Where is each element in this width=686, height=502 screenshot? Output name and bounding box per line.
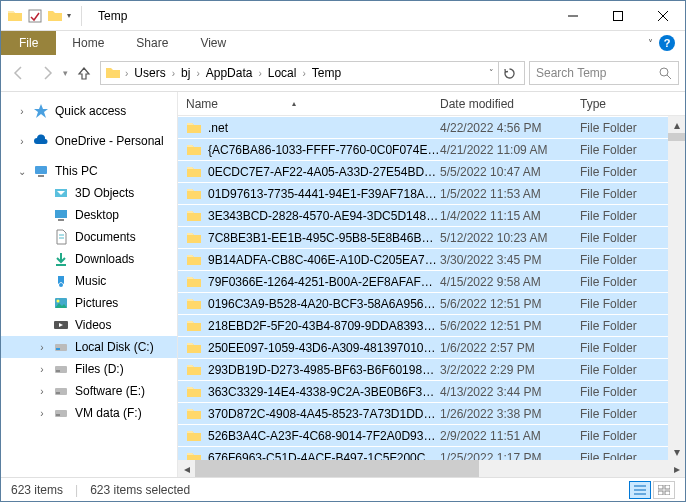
address-dropdown-icon[interactable]: ˅	[489, 68, 494, 78]
sidebar-item-quick-access[interactable]: › Quick access	[1, 100, 177, 122]
details-view-button[interactable]	[629, 481, 651, 499]
chevron-right-icon[interactable]: ›	[37, 386, 47, 397]
file-tab[interactable]: File	[1, 31, 56, 55]
sidebar-item[interactable]: › Software (E:)	[1, 380, 177, 402]
sidebar-item[interactable]: › Downloads	[1, 248, 177, 270]
file-row[interactable]: 676F6963-C51D-4ACF-B497-1C5F200C3FF9 1/2…	[178, 446, 685, 460]
folder-icon	[7, 8, 23, 24]
qat-save-icon[interactable]	[27, 8, 43, 24]
scroll-track[interactable]	[668, 133, 685, 443]
refresh-button[interactable]	[498, 62, 520, 84]
file-row[interactable]: 7C8BE3B1-EE1B-495C-95B8-5E8B46B8BE15 5/1…	[178, 226, 685, 248]
column-header-type[interactable]: Type	[580, 97, 685, 111]
column-header-date[interactable]: Date modified	[440, 97, 580, 111]
file-row[interactable]: 250EE097-1059-43D6-A309-4813970108ID 1/6…	[178, 336, 685, 358]
file-date: 4/13/2022 3:44 PM	[440, 385, 580, 399]
scroll-thumb[interactable]	[668, 133, 685, 141]
sidebar-item-onedrive[interactable]: › OneDrive - Personal	[1, 130, 177, 152]
file-date: 1/6/2022 2:57 PM	[440, 341, 580, 355]
sidebar-item[interactable]: › Documents	[1, 226, 177, 248]
back-button[interactable]	[7, 61, 31, 85]
scroll-down-icon[interactable]: ▾	[668, 443, 685, 460]
breadcrumb-segment[interactable]: Users	[132, 66, 167, 80]
file-row[interactable]: 218EBD2F-5F20-43B4-8709-9DDA839385E0 5/6…	[178, 314, 685, 336]
cloud-icon	[33, 133, 49, 149]
help-icon[interactable]: ?	[659, 35, 675, 51]
sidebar-item[interactable]: › Local Disk (C:)	[1, 336, 177, 358]
folder-icon	[186, 142, 202, 158]
chevron-right-icon[interactable]: ›	[37, 364, 47, 375]
qat-folder-icon[interactable]	[47, 8, 63, 24]
chevron-right-icon[interactable]: ›	[17, 106, 27, 117]
sidebar-item[interactable]: › Pictures	[1, 292, 177, 314]
scroll-track[interactable]	[195, 460, 668, 477]
file-row[interactable]: 293DB19D-D273-4985-BF63-B6F601985B52 3/2…	[178, 358, 685, 380]
chevron-down-icon[interactable]: ⌄	[17, 166, 27, 177]
breadcrumb-segment[interactable]: AppData	[204, 66, 255, 80]
search-input[interactable]: Search Temp	[529, 61, 679, 85]
close-button[interactable]	[640, 2, 685, 30]
forward-button[interactable]	[35, 61, 59, 85]
file-date: 5/5/2022 10:47 AM	[440, 165, 580, 179]
recent-locations-icon[interactable]: ▾	[63, 68, 68, 78]
qat-customize-icon[interactable]: ▾	[67, 11, 75, 20]
sidebar-item[interactable]: › Videos	[1, 314, 177, 336]
chevron-right-icon[interactable]: ›	[194, 68, 201, 79]
file-row[interactable]: 370D872C-4908-4A45-8523-7A73D1DDCB... 1/…	[178, 402, 685, 424]
minimize-button[interactable]	[550, 2, 595, 30]
status-selected-count: 623 items selected	[90, 483, 190, 497]
file-date: 1/5/2022 11:53 AM	[440, 187, 580, 201]
breadcrumb-segment[interactable]: bj	[179, 66, 192, 80]
horizontal-scrollbar[interactable]: ◂ ▸	[178, 460, 685, 477]
file-row[interactable]: 526B3A4C-A23F-4C68-9014-7F2A0D933821 2/9…	[178, 424, 685, 446]
file-row[interactable]: 79F0366E-1264-4251-B00A-2EF8AFAFC7E0 4/1…	[178, 270, 685, 292]
file-row[interactable]: 01D97613-7735-4441-94E1-F39AF718AF33 1/5…	[178, 182, 685, 204]
scroll-thumb[interactable]	[195, 460, 479, 477]
thumbnails-view-button[interactable]	[653, 481, 675, 499]
file-row[interactable]: 0196C3A9-B528-4A20-BCF3-58A6A956D4... 5/…	[178, 292, 685, 314]
sidebar-item[interactable]: › Music	[1, 270, 177, 292]
address-bar[interactable]: › Users › bj › AppData › Local › Temp ˅	[100, 61, 525, 85]
sidebar-item[interactable]: › Files (D:)	[1, 358, 177, 380]
file-name: 250EE097-1059-43D6-A309-4813970108ID	[208, 341, 440, 355]
tab-view[interactable]: View	[184, 31, 242, 55]
chevron-right-icon[interactable]: ›	[17, 136, 27, 147]
file-row[interactable]: 9B14ADFA-CB8C-406E-A10D-C205EA717... 3/3…	[178, 248, 685, 270]
ribbon-expand-icon[interactable]: ˅	[648, 38, 653, 49]
breadcrumb-segment[interactable]: Local	[266, 66, 299, 80]
file-row[interactable]: {AC76BA86-1033-FFFF-7760-0C0F074E41... 4…	[178, 138, 685, 160]
file-row[interactable]: 363C3329-14E4-4338-9C2A-3BE0B6F314A3 4/1…	[178, 380, 685, 402]
chevron-right-icon[interactable]: ›	[300, 68, 307, 79]
file-list-pane: Name▴ Date modified Type .net 4/22/2022 …	[178, 92, 685, 477]
sidebar-item[interactable]: › VM data (F:)	[1, 402, 177, 424]
file-row[interactable]: 0ECDC7E7-AF22-4A05-A33D-27E54BDD6... 5/5…	[178, 160, 685, 182]
file-row[interactable]: .net 4/22/2022 4:56 PM File Folder	[178, 116, 685, 138]
chevron-right-icon[interactable]: ›	[123, 68, 130, 79]
scroll-left-icon[interactable]: ◂	[178, 460, 195, 477]
chevron-right-icon[interactable]: ›	[37, 342, 47, 353]
scroll-up-icon[interactable]: ▴	[668, 116, 685, 133]
tab-home[interactable]: Home	[56, 31, 120, 55]
drive-icon	[53, 295, 69, 311]
up-button[interactable]	[72, 61, 96, 85]
chevron-right-icon[interactable]: ›	[256, 68, 263, 79]
vertical-scrollbar[interactable]: ▴ ▾	[668, 116, 685, 460]
file-date: 2/9/2022 11:51 AM	[440, 429, 580, 443]
file-row[interactable]: 3E343BCD-2828-4570-AE94-3DC5D1485979 1/4…	[178, 204, 685, 226]
column-header-name[interactable]: Name▴	[186, 97, 440, 111]
file-list[interactable]: .net 4/22/2022 4:56 PM File Folder {AC76…	[178, 116, 685, 460]
sidebar-item[interactable]: › 3D Objects	[1, 182, 177, 204]
svg-rect-7	[35, 166, 47, 174]
scroll-right-icon[interactable]: ▸	[668, 460, 685, 477]
maximize-button[interactable]	[595, 2, 640, 30]
tab-share[interactable]: Share	[120, 31, 184, 55]
breadcrumb-segment[interactable]: Temp	[310, 66, 343, 80]
chevron-right-icon[interactable]: ›	[170, 68, 177, 79]
navigation-pane[interactable]: › Quick access › OneDrive - Personal ⌄ T…	[1, 92, 178, 477]
sidebar-item[interactable]: › Desktop	[1, 204, 177, 226]
chevron-right-icon[interactable]: ›	[37, 408, 47, 419]
sidebar-item-this-pc[interactable]: ⌄ This PC	[1, 160, 177, 182]
file-name: 0196C3A9-B528-4A20-BCF3-58A6A956D4...	[208, 297, 440, 311]
file-name: 293DB19D-D273-4985-BF63-B6F601985B52	[208, 363, 440, 377]
folder-icon	[186, 406, 202, 422]
